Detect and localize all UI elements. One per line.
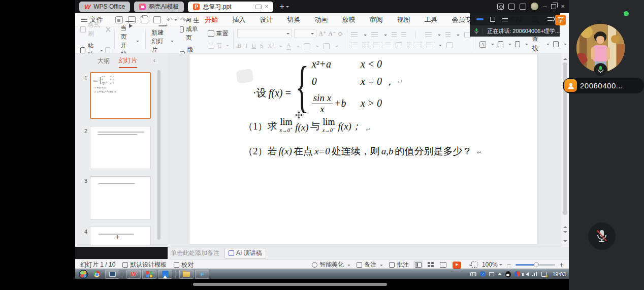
copy-icon xyxy=(105,47,110,53)
scroll-down-icon[interactable] xyxy=(563,240,567,244)
participant-id-pill[interactable]: 20060400... xyxy=(563,78,644,93)
ai-generate-page-button[interactable]: AI 生成单页 xyxy=(180,16,204,42)
new-slide-button[interactable]: 新建幻灯片 xyxy=(147,26,177,53)
notes-placeholder[interactable]: 单击此处添加备注 xyxy=(171,249,219,257)
placeholder-icon[interactable] xyxy=(515,41,521,47)
tab-wps-home[interactable]: W WPS Office xyxy=(79,2,130,12)
menu-tab-view[interactable]: 视图 xyxy=(396,13,411,26)
toolbar-expand-icon[interactable] xyxy=(548,16,555,22)
menu-tab-transition[interactable]: 切换 xyxy=(286,13,301,26)
proofing-button[interactable]: 校对 xyxy=(174,261,194,269)
new-slide-icon xyxy=(158,25,167,26)
present-mode-icon[interactable] xyxy=(255,5,262,9)
qq-tray-icon[interactable] xyxy=(505,271,511,277)
taskbar-explorer[interactable] xyxy=(179,270,194,279)
start-button[interactable] xyxy=(79,270,88,279)
output-icon[interactable] xyxy=(128,16,136,23)
zoom-in-button[interactable]: + xyxy=(560,261,564,269)
toolbar-menu-icon[interactable] xyxy=(502,17,508,21)
tab-slides[interactable]: 幻灯片 xyxy=(119,56,137,68)
smart-beautify-button[interactable]: 智能美化 xyxy=(312,261,350,269)
screenshot-icon[interactable] xyxy=(497,4,504,10)
help-tray-icon[interactable]: ? xyxy=(480,271,486,277)
sidebar-scrollbar[interactable] xyxy=(157,70,160,240)
shapes-icon[interactable] xyxy=(498,41,503,47)
superscript-icon: X² xyxy=(268,42,274,50)
menu-tab-review[interactable]: 审阅 xyxy=(368,13,383,26)
print-icon[interactable] xyxy=(141,16,148,23)
zoom-level-button[interactable]: 100% xyxy=(482,261,502,268)
menu-tab-home[interactable]: 开始 xyxy=(204,13,219,26)
mute-toggle-button[interactable] xyxy=(588,222,616,250)
grow-font-icon[interactable]: A⁺ xyxy=(318,30,326,38)
taskbar-chrome[interactable] xyxy=(89,270,104,279)
scroll-up-icon[interactable] xyxy=(563,56,567,60)
text-tool-icon[interactable]: A xyxy=(479,41,486,48)
tab-close-icon[interactable]: × xyxy=(265,3,268,10)
normal-view-button[interactable] xyxy=(415,262,422,268)
toolbar-maximize-icon[interactable] xyxy=(490,17,495,22)
restore-button[interactable] xyxy=(551,4,556,9)
menu-tab-design[interactable]: 设计 xyxy=(259,13,274,26)
add-slide-button[interactable]: + xyxy=(115,232,120,242)
keyboard-tray-icon[interactable] xyxy=(470,272,476,276)
menu-tab-animation[interactable]: 动画 xyxy=(313,13,329,26)
tab-document[interactable]: P 总复习.ppt × xyxy=(188,2,273,12)
reset-button[interactable]: 重置 xyxy=(208,29,229,38)
clear-format-icon[interactable]: ◇ xyxy=(338,30,342,38)
save-icon[interactable] xyxy=(115,16,123,23)
play-from-current-button[interactable]: 当页开始 xyxy=(117,26,143,53)
workspace-icon[interactable] xyxy=(520,4,526,10)
shrink-font-icon[interactable]: A⁻ xyxy=(328,30,336,38)
fit-to-window-icon[interactable] xyxy=(471,262,477,268)
taskbar-clock[interactable]: 19:03 xyxy=(553,271,566,277)
new-tab-button[interactable]: + xyxy=(279,2,284,11)
slideshow-play-button[interactable] xyxy=(453,262,461,269)
comments-button[interactable]: 批注 xyxy=(389,261,409,269)
slide-thumbnail-2[interactable] xyxy=(90,126,151,169)
network-icon[interactable] xyxy=(541,272,547,277)
find-button[interactable]: 查找 xyxy=(532,36,541,53)
font-family-select[interactable] xyxy=(237,29,292,38)
tab-list-chevron-icon[interactable] xyxy=(286,6,289,9)
slide-canvas[interactable]: ·设 f(x) = { x²+a x < 0 0 xyxy=(189,54,537,244)
zoom-slider-thumb[interactable] xyxy=(534,262,539,267)
taskbar-wps[interactable]: W xyxy=(126,270,141,279)
close-button[interactable]: × xyxy=(561,3,565,10)
design-template-button[interactable]: 默认设计模板 xyxy=(122,261,167,269)
slide-thumbnail-4[interactable] xyxy=(90,226,151,245)
slide-sorter-view-button[interactable] xyxy=(428,262,434,268)
signal-bars-icon[interactable] xyxy=(532,272,538,276)
minimize-button[interactable]: – xyxy=(543,3,546,10)
next-slide-icon[interactable] xyxy=(563,231,567,235)
collapse-panel-icon[interactable]: ‹ xyxy=(153,56,155,64)
layout-mode-icon[interactable] xyxy=(508,4,515,10)
toolbar-minimize-icon[interactable] xyxy=(476,18,484,20)
font-size-select[interactable] xyxy=(294,29,316,38)
notes-button[interactable]: 备注 xyxy=(357,261,383,269)
show-hidden-icons[interactable] xyxy=(498,271,502,275)
tab-outline[interactable]: 大纲 xyxy=(98,57,110,68)
taskbar-display-app[interactable] xyxy=(105,270,119,279)
menu-tab-insert[interactable]: 插入 xyxy=(231,13,246,26)
menu-tab-slideshow[interactable]: 放映 xyxy=(341,13,356,26)
slide-thumbnail-1[interactable]: ·设 f(x) = { x²+ax < 0 0x = 0 ， sin xx+b xyxy=(90,72,151,119)
video-tray-icon[interactable] xyxy=(514,271,520,277)
slide-thumbnail-3[interactable] xyxy=(90,176,151,220)
tab-docer-templates[interactable]: 稻壳AI模板 xyxy=(134,2,184,12)
prev-slide-icon[interactable] xyxy=(563,224,567,228)
popup-tray-icon[interactable] xyxy=(489,272,494,276)
ai-speech-button[interactable]: AI 演讲稿 xyxy=(224,248,266,259)
taskbar-colored-app[interactable] xyxy=(142,270,156,279)
account-avatar[interactable] xyxy=(531,3,538,10)
taskbar-meeting-app[interactable] xyxy=(158,270,172,279)
print-preview-icon[interactable] xyxy=(153,16,161,23)
replace-icon[interactable] xyxy=(553,41,559,47)
taskbar-ie[interactable]: e xyxy=(195,270,209,279)
zoom-slider[interactable] xyxy=(516,264,555,266)
share-button[interactable]: 享 xyxy=(555,15,566,25)
speaker-icon[interactable] xyxy=(524,272,529,276)
reading-view-button[interactable] xyxy=(440,262,446,268)
menu-tab-tools[interactable]: 工具 xyxy=(423,13,438,26)
zoom-out-button[interactable]: − xyxy=(507,261,511,269)
